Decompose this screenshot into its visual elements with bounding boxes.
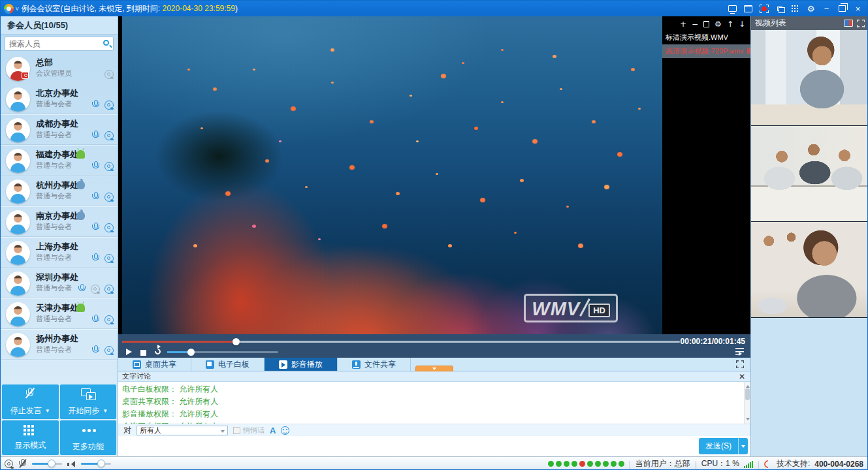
tab-file-share[interactable]: 文件共享: [338, 358, 411, 371]
window-mode-icon[interactable]: [743, 3, 754, 14]
camera-icon[interactable]: [104, 223, 114, 232]
participant-row[interactable]: 杭州办事处 普通与会者: [1, 176, 118, 207]
participant-row[interactable]: 南京办事处 普通与会者: [1, 207, 118, 238]
camera-icon[interactable]: [104, 193, 114, 202]
camera-icon[interactable]: [104, 254, 114, 263]
trash-icon[interactable]: [703, 21, 709, 27]
send-button[interactable]: 发送(S): [699, 438, 738, 454]
mic-volume-thumb[interactable]: [48, 460, 56, 467]
scroll-up-icon[interactable]: [746, 383, 750, 388]
speaker-volume-slider[interactable]: [81, 463, 111, 465]
mic-icon[interactable]: [91, 100, 100, 110]
speaker-icon[interactable]: [67, 460, 76, 468]
participant-row[interactable]: 总部 会议管理员: [1, 54, 118, 84]
android-icon: [76, 304, 85, 312]
mic-icon[interactable]: [91, 131, 100, 140]
expand-icon[interactable]: [857, 20, 865, 27]
chat-close-icon[interactable]: ✕: [739, 373, 745, 381]
chevron-down-icon[interactable]: v: [16, 5, 19, 12]
mic-icon[interactable]: [91, 253, 100, 263]
record-icon[interactable]: [758, 3, 769, 14]
scroll-down-icon[interactable]: [746, 418, 750, 422]
participant-row[interactable]: 成都办事处 普通与会者: [1, 115, 118, 146]
participant-row[interactable]: 福建办事处 普通与会者: [1, 146, 118, 176]
send-options-caret[interactable]: [738, 438, 748, 454]
participant-row[interactable]: 北京办事处 普通与会者: [1, 84, 118, 115]
tab-media-playback[interactable]: 影音播放: [265, 358, 338, 371]
participant-row[interactable]: 上海办事处 普通与会者: [1, 238, 118, 268]
mic-icon[interactable]: [91, 161, 100, 171]
add-icon[interactable]: +: [680, 20, 686, 28]
video-mode-icon[interactable]: [844, 20, 853, 27]
network-share-icon[interactable]: [774, 3, 785, 14]
playlist-item-selected[interactable]: 高清演示视频-720P.wmv 删除: [662, 44, 750, 58]
mic-icon[interactable]: [91, 192, 100, 202]
webcam-status-icon[interactable]: [5, 460, 13, 468]
volume-thumb[interactable]: [187, 349, 195, 356]
mic-volume-slider[interactable]: [32, 463, 62, 465]
chat-scrollbar[interactable]: [744, 382, 750, 424]
progress-bar[interactable]: [122, 341, 680, 343]
speaker-volume-thumb[interactable]: [97, 460, 105, 467]
playing-video[interactable]: WMV HD: [122, 16, 662, 334]
chat-input-area[interactable]: 发送(S): [118, 436, 750, 456]
close-button[interactable]: ×: [852, 3, 863, 14]
player-control-bar: 00:00:21/00:01:45: [118, 334, 750, 358]
maximize-button[interactable]: [837, 3, 848, 14]
tab-desktop-share[interactable]: 桌面共享: [118, 358, 191, 371]
camera-off-icon[interactable]: [104, 70, 114, 79]
play-button[interactable]: [126, 349, 135, 355]
search-icon[interactable]: [103, 40, 109, 46]
scroll-thumb[interactable]: [745, 388, 750, 400]
video-thumbnail[interactable]: [751, 30, 868, 126]
camera-icon[interactable]: [104, 285, 114, 294]
display-mode-button[interactable]: 显示模式: [2, 420, 59, 455]
video-thumbnail[interactable]: [751, 126, 868, 222]
settings-gear-icon[interactable]: ⚙: [805, 3, 816, 14]
video-stage: WMV HD + − ⚙ ↑ ↓ 标清演示视频.WMV 高清演示视频-720P.…: [118, 16, 750, 334]
mic-icon[interactable]: [78, 284, 86, 294]
app-logo-icon[interactable]: [4, 4, 14, 14]
video-thumbnail[interactable]: [751, 222, 868, 318]
camera-icon[interactable]: [104, 101, 114, 110]
participant-row[interactable]: 天津办事处 普通与会者: [1, 299, 118, 330]
mic-muted-icon[interactable]: [18, 459, 27, 469]
avatar: [6, 302, 30, 326]
more-features-button[interactable]: 更多功能: [60, 420, 117, 455]
replay-button[interactable]: [153, 347, 162, 356]
search-input[interactable]: [5, 37, 97, 50]
mic-icon[interactable]: [91, 223, 100, 232]
camera-icon[interactable]: [104, 346, 114, 355]
emoji-icon[interactable]: [281, 426, 289, 435]
camera-icon[interactable]: [104, 131, 114, 140]
volume-slider[interactable]: [167, 351, 278, 353]
font-button[interactable]: A: [270, 426, 276, 435]
camera-icon[interactable]: [104, 162, 114, 171]
hd-badge: HD: [588, 304, 610, 317]
mic-icon[interactable]: [91, 315, 100, 324]
participant-row[interactable]: 深圳办事处 普通与会者: [1, 268, 118, 299]
tab-whiteboard[interactable]: 电子白板: [191, 358, 265, 371]
progress-thumb[interactable]: [233, 338, 240, 345]
collapse-chat-handle[interactable]: [415, 366, 453, 371]
start-sync-button[interactable]: 开始同步▼: [60, 384, 117, 419]
playlist-item[interactable]: 标清演示视频.WMV: [662, 31, 750, 44]
move-down-icon[interactable]: ↓: [739, 20, 745, 28]
stop-button[interactable]: [140, 350, 146, 356]
mic-icon[interactable]: [91, 345, 100, 355]
move-up-icon[interactable]: ↑: [727, 20, 733, 28]
camera-off-icon[interactable]: [91, 285, 100, 294]
playlist-toggle-icon[interactable]: [735, 348, 744, 355]
avatar: [6, 272, 30, 296]
screen-share-icon[interactable]: [727, 3, 738, 14]
recipient-select[interactable]: 所有人: [137, 426, 228, 435]
minimize-button[interactable]: −: [821, 3, 832, 14]
stop-speaking-button[interactable]: 停止发言▼: [2, 384, 59, 419]
layout-grid-icon[interactable]: [790, 3, 801, 14]
camera-icon[interactable]: [104, 315, 114, 324]
expand-icon[interactable]: [736, 360, 744, 368]
remove-icon[interactable]: −: [692, 20, 698, 28]
participant-row[interactable]: 扬州办事处 普通与会者: [1, 330, 118, 360]
gear-icon[interactable]: ⚙: [715, 20, 722, 28]
whisper-checkbox[interactable]: [233, 427, 240, 434]
